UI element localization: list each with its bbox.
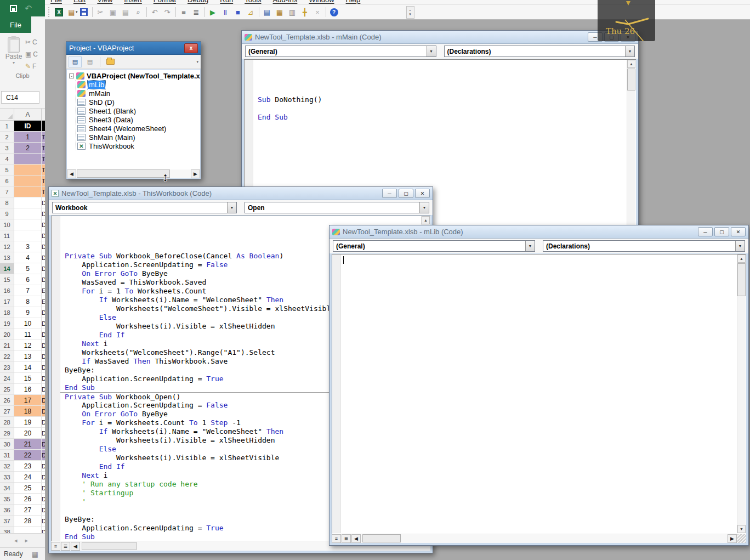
scroll-up-icon[interactable]: ▲ [627, 60, 635, 68]
full-module-view-icon[interactable]: ≣ [61, 542, 70, 551]
procedure-view-icon[interactable]: ≡ [332, 534, 341, 543]
code-line[interactable] [253, 60, 627, 69]
row-header-8[interactable]: 8 [0, 197, 14, 208]
scrollbar-thumb[interactable] [627, 69, 635, 90]
cell-a14[interactable]: 5 [14, 263, 42, 274]
break-icon[interactable]: Ⅱ [219, 6, 232, 18]
row-header-23[interactable]: 23 [0, 362, 14, 373]
row-header-1[interactable]: 1 [0, 121, 14, 132]
code-text[interactable] [341, 255, 737, 533]
cell-a4[interactable] [14, 154, 42, 165]
cut-icon[interactable]: ✂ [94, 6, 107, 18]
cell-a13[interactable]: 4 [14, 252, 42, 263]
close-icon[interactable]: ✕ [415, 189, 430, 198]
run-icon[interactable]: ▶ [207, 6, 219, 18]
scrollbar-thumb[interactable] [737, 263, 746, 296]
row-header-27[interactable]: 27 [0, 406, 14, 417]
scroll-up-icon[interactable]: ▲ [737, 254, 746, 263]
undo-icon[interactable]: ↶ [149, 6, 161, 18]
row-header-17[interactable]: 17 [0, 296, 14, 307]
row-header-30[interactable]: 30 [0, 439, 14, 450]
indent-icon[interactable]: ≡ [178, 6, 190, 18]
chevron-down-icon[interactable]: ▼ [427, 46, 436, 56]
scrollbar-thumb[interactable] [82, 542, 137, 550]
toolbar-overflow-icon[interactable]: ▾ [196, 60, 198, 64]
row-header-3[interactable]: 3 [0, 143, 14, 154]
cell-a32[interactable]: 23 [14, 461, 42, 472]
cell-a29[interactable]: 20 [14, 428, 42, 439]
object-combo[interactable]: (General) ▼ [245, 46, 436, 57]
cell-a5[interactable] [14, 165, 42, 176]
code-line[interactable] [253, 69, 627, 78]
row-header-10[interactable]: 10 [0, 219, 14, 230]
cell-a2[interactable]: 1 [14, 132, 42, 143]
menu-addins[interactable]: Add-Ins [273, 0, 298, 5]
restore-icon[interactable]: ▢ [714, 227, 729, 236]
menu-debug[interactable]: Debug [188, 0, 208, 5]
full-module-view-icon[interactable]: ≣ [342, 534, 351, 543]
row-header-29[interactable]: 29 [0, 428, 14, 439]
procedure-view-icon[interactable]: ≡ [51, 542, 60, 551]
project-explorer-icon[interactable]: ▤ [261, 6, 274, 18]
object-combo[interactable]: Workbook ▼ [52, 202, 237, 213]
cell-a16[interactable]: 7 [14, 285, 42, 296]
cell-a24[interactable]: 15 [14, 373, 42, 384]
code-line[interactable] [60, 217, 421, 225]
find-icon[interactable]: ⌕ [132, 6, 145, 18]
project-title-bar[interactable]: Project - VBAProject x [66, 42, 201, 55]
object-browser-icon[interactable]: ▥ [286, 6, 299, 18]
code-line[interactable] [253, 87, 627, 95]
cell-a28[interactable]: 19 [14, 417, 42, 428]
tree-item-mlib[interactable]: mLib [77, 80, 200, 89]
tree-item-shmainmain[interactable]: ShMain (Main) [77, 133, 200, 142]
row-header-38[interactable]: 38 [0, 527, 14, 533]
save-icon[interactable] [10, 5, 17, 12]
name-box[interactable]: C14 [1, 91, 39, 104]
collapse-icon[interactable]: - [69, 73, 74, 78]
row-header-7[interactable]: 7 [0, 186, 14, 197]
disabled-icon[interactable]: × [311, 6, 324, 18]
row-header-19[interactable]: 19 [0, 318, 14, 329]
row-header-22[interactable]: 22 [0, 351, 14, 362]
cell-a26[interactable]: 17 [14, 395, 42, 406]
row-header-20[interactable]: 20 [0, 329, 14, 340]
code-line[interactable] [253, 104, 627, 113]
cell-a12[interactable]: 3 [14, 241, 42, 252]
macro-record-icon[interactable]: ▦ [32, 550, 38, 558]
row-header-14[interactable]: 14 [0, 263, 14, 274]
code-line[interactable]: Sub DoNothing() [253, 95, 627, 104]
tree-item-shdd[interactable]: ShD (D) [77, 98, 200, 106]
select-all-corner[interactable] [0, 109, 14, 120]
format-painter-button[interactable]: ✎ F [25, 63, 36, 70]
row-header-33[interactable]: 33 [0, 472, 14, 483]
paste-button[interactable]: Paste ▾ [4, 37, 23, 69]
cell-a18[interactable]: 9 [14, 307, 42, 318]
row-header-21[interactable]: 21 [0, 340, 14, 351]
toggle-folders-button[interactable] [104, 56, 117, 67]
cell-a31[interactable]: 22 [14, 450, 42, 461]
cell-a27[interactable]: 18 [14, 406, 42, 417]
chevron-down-icon[interactable]: ▼ [625, 46, 634, 56]
thisworkbook-title-bar[interactable]: ✕ NewTool_Template.xlsb - ThisWorkbook (… [49, 187, 433, 200]
row-header-35[interactable]: 35 [0, 494, 14, 505]
cell-a8[interactable] [14, 197, 42, 208]
cell-a3[interactable]: 2 [14, 143, 42, 154]
scroll-down-icon[interactable]: ▼ [737, 525, 746, 533]
save-icon[interactable] [78, 6, 90, 18]
vertical-scrollbar[interactable]: ▲ ▼ [737, 254, 746, 533]
cell-a7[interactable] [14, 186, 42, 197]
row-header-15[interactable]: 15 [0, 274, 14, 285]
cell-a23[interactable]: 14 [14, 362, 42, 373]
cell-a22[interactable]: 13 [14, 351, 42, 362]
procedure-combo[interactable]: (Declarations) ▼ [444, 46, 635, 57]
chevron-down-icon[interactable]: ▼ [525, 241, 535, 251]
cut-button[interactable]: ✂ C [25, 38, 37, 46]
tree-item-mmain[interactable]: mMain [77, 89, 200, 98]
row-header-24[interactable]: 24 [0, 373, 14, 384]
tree-item-sheet3data[interactable]: Sheet3 (Data) [77, 115, 200, 124]
cell-a20[interactable]: 11 [14, 329, 42, 340]
object-combo[interactable]: (General) ▼ [333, 240, 535, 252]
outdent-icon[interactable]: ≣ [190, 6, 203, 18]
menu-format[interactable]: Format [154, 0, 176, 5]
chevron-down-icon[interactable]: ▼ [735, 241, 745, 251]
